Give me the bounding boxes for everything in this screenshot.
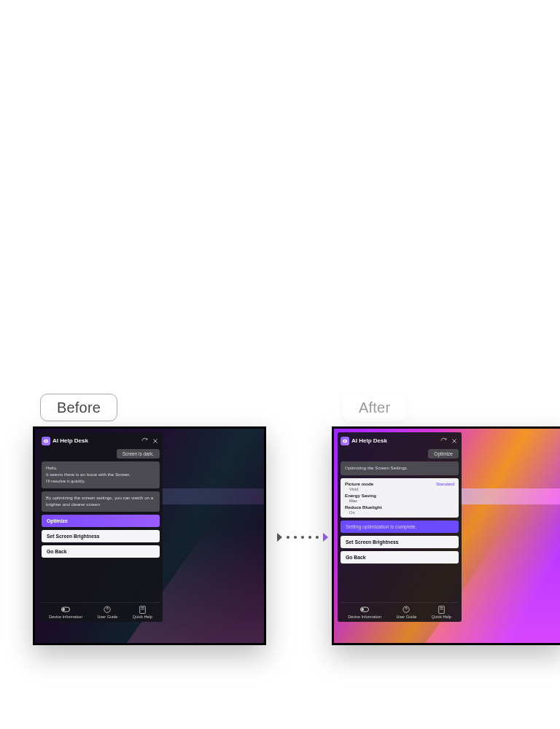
panel-title: AI Help Desk — [351, 437, 437, 444]
footer-label: Device Information — [348, 615, 381, 619]
before-label: Before — [40, 394, 117, 421]
svg-rect-3 — [140, 606, 146, 613]
comparison-stage: Before After AI Help Desk Screen — [0, 405, 560, 667]
footer-label: Quick Help — [432, 615, 451, 619]
device-info-icon — [61, 606, 70, 613]
completion-status: Setting optimization is complete. — [341, 521, 459, 533]
close-icon[interactable] — [450, 437, 459, 445]
panel-title: AI Help Desk — [52, 437, 138, 444]
after-label: After — [343, 394, 406, 421]
footer-device-info[interactable]: Device Information — [348, 606, 381, 619]
setting-value: On — [345, 510, 454, 515]
setting-value: Max — [345, 499, 454, 503]
close-icon[interactable] — [151, 437, 160, 445]
go-back-button[interactable]: Go Back — [341, 551, 459, 564]
ai-message-1: Hello. It seems there is an issue with t… — [42, 461, 160, 488]
user-guide-icon — [103, 606, 112, 613]
panel-header: AI Help Desk — [42, 435, 160, 446]
footer-quick-help[interactable]: Quick Help — [133, 606, 152, 619]
setting-value-to: Standard — [436, 481, 454, 486]
tv-after: AI Help Desk Optimize Optimizing the Scr… — [332, 426, 560, 645]
setting-label: Picture mode — [345, 481, 373, 486]
footer-label: Device Information — [49, 615, 82, 619]
set-brightness-button[interactable]: Set Screen Brightness — [341, 536, 459, 548]
svg-rect-9 — [439, 606, 445, 613]
setting-label: Energy Saving — [345, 493, 376, 498]
settings-summary-card: Picture mode Standard Vivid Energy Savin… — [341, 478, 459, 518]
footer-label: User Guide — [98, 615, 118, 619]
tv-before: AI Help Desk Screen is dark. Hello. It s… — [33, 426, 266, 645]
panel-footer: Device Information User Guide Quick Help — [341, 602, 459, 619]
ai-message-2: By optimizing the screen settings, you c… — [42, 491, 160, 512]
footer-device-info[interactable]: Device Information — [49, 606, 82, 619]
ai-help-desk-panel-before: AI Help Desk Screen is dark. Hello. It s… — [39, 432, 163, 622]
ai-logo-icon — [341, 437, 349, 445]
device-info-icon — [360, 606, 369, 613]
user-guide-icon — [402, 606, 411, 613]
transition-arrow — [277, 532, 328, 542]
footer-user-guide[interactable]: User Guide — [98, 606, 118, 619]
optimize-button[interactable]: Optimize — [42, 515, 160, 527]
set-brightness-button[interactable]: Set Screen Brightness — [42, 530, 160, 542]
arrow-right-icon — [323, 533, 328, 542]
refresh-icon[interactable] — [439, 437, 448, 445]
svg-rect-7 — [362, 609, 364, 611]
status-message: Optimizing the Screen Settings. — [341, 461, 459, 475]
panel-header: AI Help Desk — [341, 435, 459, 446]
refresh-icon[interactable] — [140, 437, 149, 445]
ai-logo-icon — [42, 437, 50, 445]
arrow-left-icon — [277, 533, 282, 542]
quick-help-icon — [138, 606, 147, 613]
svg-rect-1 — [63, 609, 65, 611]
footer-quick-help[interactable]: Quick Help — [432, 606, 451, 619]
footer-label: User Guide — [397, 615, 417, 619]
quick-help-icon — [437, 606, 446, 613]
user-message-chip: Screen is dark. — [117, 449, 160, 459]
setting-value-from: Vivid — [345, 487, 454, 491]
footer-label: Quick Help — [133, 615, 152, 619]
user-message-chip: Optimize — [428, 449, 459, 459]
footer-user-guide[interactable]: User Guide — [397, 606, 417, 619]
setting-label: Reduce Bluelight — [345, 504, 382, 510]
panel-footer: Device Information User Guide Quick Help — [42, 602, 160, 619]
ai-help-desk-panel-after: AI Help Desk Optimize Optimizing the Scr… — [338, 432, 462, 622]
go-back-button[interactable]: Go Back — [42, 545, 160, 558]
